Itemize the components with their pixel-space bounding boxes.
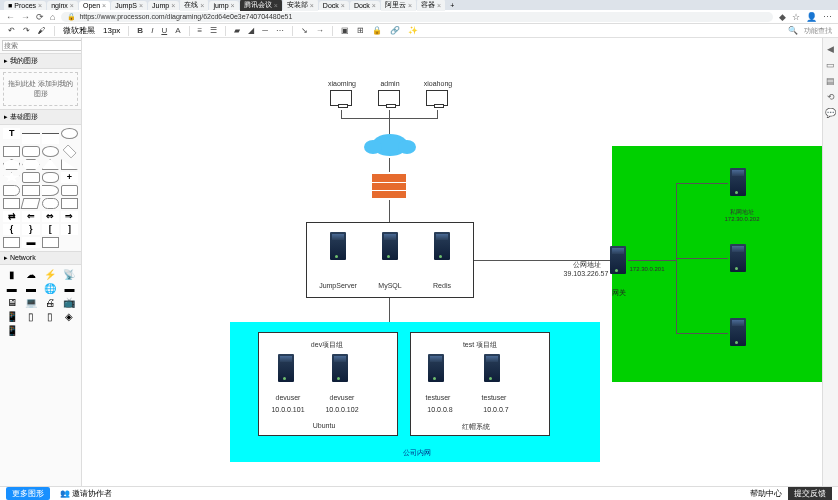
server-icon[interactable]: ▮ — [3, 268, 20, 280]
arrow-shape[interactable]: ⇄ — [3, 211, 20, 222]
help-button[interactable]: 帮助中心 — [750, 488, 782, 499]
arrow-shape[interactable]: ⇔ — [42, 211, 59, 222]
tab[interactable]: Dock× — [350, 1, 380, 10]
tablet-icon[interactable]: ▯ — [42, 310, 59, 322]
tab[interactable]: Jump× — [148, 1, 179, 10]
shape[interactable] — [3, 198, 20, 209]
rect-shape[interactable] — [22, 146, 39, 157]
bracket-shape[interactable]: } — [22, 224, 39, 235]
section-basic-shapes[interactable]: ▸ 基础图形 — [0, 109, 81, 125]
reload-icon[interactable]: ⟳ — [36, 12, 44, 22]
cloud-icon[interactable]: ☁ — [22, 268, 39, 280]
section-my-shapes[interactable]: ▸ 我的图形 — [0, 53, 81, 69]
more-button[interactable]: ⋯ — [274, 26, 286, 35]
view-icon[interactable]: ▭ — [826, 60, 835, 70]
line-shape[interactable] — [22, 133, 39, 144]
cloud-icon[interactable] — [372, 134, 408, 156]
home-icon[interactable]: ⌂ — [50, 12, 55, 22]
tab-active[interactable]: Open× — [79, 1, 110, 10]
cloud-shape[interactable] — [42, 172, 59, 183]
antenna-icon[interactable]: 📡 — [61, 268, 78, 280]
shape[interactable] — [42, 185, 59, 196]
fill-button[interactable]: ▰ — [232, 26, 242, 35]
phone-icon[interactable]: 📱 — [3, 324, 20, 336]
layer-button[interactable]: ▣ — [339, 26, 351, 35]
phone-icon[interactable]: 📱 — [3, 310, 20, 322]
server-icon[interactable] — [382, 232, 398, 260]
search-icon[interactable]: 🔍 — [786, 26, 800, 35]
server-icon[interactable] — [278, 354, 294, 382]
switch-icon[interactable]: ▬ — [3, 282, 20, 294]
ellipse-shape[interactable] — [42, 146, 59, 157]
hexagon-shape[interactable] — [22, 159, 39, 170]
bracket-shape[interactable]: { — [3, 224, 20, 235]
shape[interactable]: ▬ — [22, 237, 39, 248]
close-icon[interactable]: × — [38, 2, 42, 9]
monitor-icon[interactable] — [330, 90, 352, 106]
server-icon[interactable] — [332, 354, 348, 382]
monitor-icon[interactable] — [426, 90, 448, 106]
star-icon[interactable]: ☆ — [792, 12, 800, 22]
diagram-canvas[interactable]: xiaoming admin xioahong JumpServer MySQL… — [82, 38, 822, 500]
fx-button[interactable]: ✨ — [406, 26, 420, 35]
pentagon-shape[interactable] — [3, 159, 20, 170]
section-network[interactable]: ▸ Network — [0, 251, 81, 265]
font-select[interactable]: 微软雅黑 — [61, 25, 97, 36]
diamond-shape[interactable] — [62, 145, 76, 159]
tab[interactable]: jump× — [209, 1, 238, 10]
private-net-zone[interactable] — [612, 146, 822, 382]
tab[interactable]: Dock× — [319, 1, 349, 10]
arrow-shape[interactable]: ⇒ — [61, 211, 78, 222]
shape[interactable] — [61, 198, 78, 209]
connector-button[interactable]: ↘ — [299, 26, 310, 35]
invite-button[interactable]: 👥 邀请协作者 — [60, 488, 112, 499]
pc-icon[interactable]: 🖥 — [3, 296, 20, 308]
server-icon[interactable] — [730, 318, 746, 346]
align-button[interactable]: ≡ — [196, 26, 205, 35]
drag-target[interactable]: 拖到此处 添加到我的图形 — [3, 72, 78, 106]
firewall-icon[interactable] — [372, 174, 406, 198]
hub-icon[interactable]: ▬ — [61, 282, 78, 294]
feedback-button[interactable]: 提交反馈 — [788, 487, 832, 500]
triangle-shape[interactable] — [61, 159, 78, 170]
server-icon[interactable] — [434, 232, 450, 260]
redo-button[interactable]: ↷ — [21, 26, 32, 35]
paint-button[interactable]: 🖌 — [36, 26, 48, 35]
highlight-button[interactable]: ◢ — [246, 26, 256, 35]
server-icon[interactable] — [730, 168, 746, 196]
url-input[interactable]: 🔒https://www.processon.com/diagraming/62… — [61, 12, 773, 22]
server-icon[interactable] — [330, 232, 346, 260]
group-button[interactable]: ⊞ — [355, 26, 366, 35]
monitor-icon[interactable]: 📺 — [61, 296, 78, 308]
arrow-button[interactable]: → — [314, 26, 326, 35]
back-icon[interactable]: ← — [6, 12, 15, 22]
tab[interactable]: 安装部× — [283, 0, 318, 11]
device-icon[interactable]: ◈ — [61, 310, 78, 322]
shape[interactable] — [21, 198, 41, 209]
avatar-icon[interactable]: 👤 — [806, 12, 817, 22]
tab[interactable]: 腾讯会议× — [240, 0, 282, 11]
shape[interactable] — [42, 237, 59, 248]
server-icon[interactable] — [428, 354, 444, 382]
triangle-shape[interactable] — [42, 159, 59, 170]
tab[interactable]: ■Proces× — [4, 1, 46, 10]
db-icon[interactable]: ⚡ — [42, 268, 59, 280]
server-icon[interactable] — [730, 244, 746, 272]
list-button[interactable]: ☰ — [208, 26, 219, 35]
menu-icon[interactable]: ⋯ — [823, 12, 832, 22]
text-color-button[interactable]: A — [173, 26, 182, 35]
extension-icon[interactable]: ◆ — [779, 12, 786, 22]
bold-button[interactable]: B — [135, 26, 145, 35]
line-button[interactable]: ─ — [260, 26, 270, 35]
lock-button[interactable]: 🔒 — [370, 26, 384, 35]
globe-icon[interactable]: 🌐 — [42, 282, 59, 294]
forward-icon[interactable]: → — [21, 12, 30, 22]
italic-button[interactable]: I — [149, 26, 155, 35]
router-icon[interactable]: ▬ — [22, 282, 39, 294]
size-select[interactable]: 13px — [101, 26, 122, 35]
tab[interactable]: 在线× — [180, 0, 208, 11]
shape[interactable] — [3, 237, 20, 248]
tab[interactable]: 阿里云× — [381, 0, 416, 11]
shape[interactable] — [22, 185, 39, 196]
arrow-shape[interactable]: ⇐ — [22, 211, 39, 222]
